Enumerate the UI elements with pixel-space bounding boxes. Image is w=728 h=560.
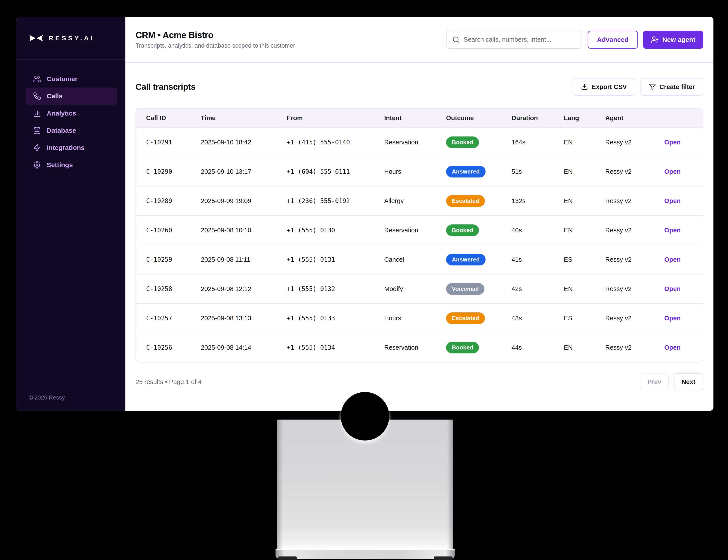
app-window: RESSY.AI CustomerCallsAnalyticsDatabaseI… [16, 17, 713, 411]
call-intent: Modify [384, 285, 446, 293]
call-from: +1 (555) 0133 [287, 315, 384, 322]
call-id: C-10291 [146, 139, 201, 146]
open-link[interactable]: Open [664, 227, 703, 234]
main-header: CRM • Acme Bistro Transcripts, analytics… [125, 17, 713, 63]
status-badge: Escalated [446, 312, 485, 324]
call-lang: EN [564, 197, 605, 205]
open-link[interactable]: Open [664, 139, 703, 146]
prev-page-button[interactable]: Prev [640, 373, 669, 390]
call-from: +1 (236) 555-0192 [287, 197, 384, 205]
call-lang: EN [564, 344, 605, 351]
column-header: Intent [384, 114, 446, 122]
sidebar-item-integrations[interactable]: Integrations [26, 139, 117, 156]
call-intent: Hours [384, 168, 446, 175]
create-filter-button[interactable]: Create filter [640, 78, 703, 96]
sidebar-nav: CustomerCallsAnalyticsDatabaseIntegratio… [16, 60, 125, 174]
monitor-screen: RESSY.AI CustomerCallsAnalyticsDatabaseI… [0, 0, 728, 560]
open-link[interactable]: Open [664, 285, 703, 293]
table-body: C-102912025-09-10 18:42+1 (415) 555-0140… [136, 127, 703, 362]
page-subtitle: Transcripts, analytics, and database sco… [136, 42, 295, 49]
call-id: C-10257 [146, 315, 201, 322]
page-title: CRM • Acme Bistro [136, 30, 295, 40]
call-intent: Cancel [384, 256, 446, 263]
table-row: C-102592025-09-08 11:11+1 (555) 0131Canc… [136, 245, 703, 274]
outcome-cell: Escalated [446, 195, 511, 207]
monitor-stand-foot-left [278, 556, 297, 560]
column-header: From [287, 114, 384, 122]
call-from: +1 (555) 0134 [287, 344, 384, 351]
content: Call transcripts Export CSV Create filte… [125, 63, 713, 390]
call-time: 2025-09-08 13:13 [201, 315, 287, 322]
call-intent: Reservation [384, 227, 446, 234]
next-page-button[interactable]: Next [674, 373, 703, 390]
call-agent: Ressy v2 [605, 168, 664, 175]
user-plus-icon [651, 36, 659, 44]
open-link[interactable]: Open [664, 315, 703, 322]
outcome-cell: Answered [446, 166, 511, 177]
call-from: +1 (415) 555-0140 [287, 139, 384, 146]
table-row: C-102912025-09-10 18:42+1 (415) 555-0140… [136, 127, 703, 157]
call-duration: 42s [511, 285, 564, 293]
call-time: 2025-09-10 18:42 [201, 139, 287, 146]
call-lang: EN [564, 285, 605, 293]
outcome-cell: Voicemail [446, 283, 511, 295]
outcome-cell: Booked [446, 224, 511, 236]
call-from: +1 (555) 0130 [287, 227, 384, 234]
new-agent-button[interactable]: New agent [643, 31, 703, 49]
call-agent: Ressy v2 [605, 344, 664, 351]
open-link[interactable]: Open [664, 256, 703, 263]
call-id: C-10256 [146, 344, 201, 351]
call-intent: Allergy [384, 197, 446, 205]
call-from: +1 (555) 0131 [287, 256, 384, 263]
bar-chart-icon [33, 109, 41, 117]
pagination: 25 results • Page 1 of 4 Prev Next [136, 373, 703, 390]
call-intent: Hours [384, 315, 446, 322]
table-row: C-102562025-09-08 14:14+1 (555) 0134Rese… [136, 333, 703, 362]
table-row: C-102582025-09-08 12:12+1 (555) 0132Modi… [136, 274, 703, 303]
sidebar-item-database[interactable]: Database [26, 122, 117, 139]
copyright: © 2025 Ressy [16, 394, 125, 411]
status-badge: Voicemail [446, 283, 484, 295]
outcome-cell: Booked [446, 136, 511, 148]
search-input[interactable] [464, 36, 575, 43]
table-row: C-102892025-09-09 19:09+1 (236) 555-0192… [136, 186, 703, 215]
download-icon [581, 83, 588, 90]
call-id: C-10259 [146, 256, 201, 263]
advanced-button[interactable]: Advanced [588, 31, 638, 49]
column-header: Agent [605, 114, 664, 122]
table-row: C-102572025-09-08 13:13+1 (555) 0133Hour… [136, 303, 703, 333]
sidebar-item-calls[interactable]: Calls [26, 88, 117, 105]
monitor-stand-foot-right [434, 556, 452, 560]
call-from: +1 (555) 0132 [287, 285, 384, 293]
table-row: C-102902025-09-10 13:17+1 (604) 555-0111… [136, 157, 703, 186]
call-time: 2025-09-10 13:17 [201, 168, 287, 175]
sidebar-item-customer[interactable]: Customer [26, 70, 117, 88]
sidebar: RESSY.AI CustomerCallsAnalyticsDatabaseI… [16, 17, 125, 411]
open-link[interactable]: Open [664, 168, 703, 175]
status-badge: Escalated [446, 195, 485, 207]
call-lang: ES [564, 256, 605, 263]
call-agent: Ressy v2 [605, 315, 664, 322]
call-time: 2025-09-08 10:10 [201, 227, 287, 234]
call-id: C-10258 [146, 285, 201, 293]
column-header: Lang [564, 114, 605, 122]
search-icon [452, 36, 460, 43]
call-agent: Ressy v2 [605, 227, 664, 234]
call-id: C-10289 [146, 197, 201, 205]
call-agent: Ressy v2 [605, 285, 664, 293]
call-time: 2025-09-09 19:09 [201, 197, 287, 205]
column-header: Call ID [146, 114, 201, 122]
status-badge: Booked [446, 224, 479, 236]
sidebar-item-settings[interactable]: Settings [26, 156, 117, 174]
call-duration: 132s [511, 197, 564, 205]
open-link[interactable]: Open [664, 197, 703, 205]
sidebar-item-analytics[interactable]: Analytics [26, 105, 117, 122]
main-area: CRM • Acme Bistro Transcripts, analytics… [125, 17, 713, 411]
search-box[interactable] [446, 31, 581, 49]
column-header: Duration [511, 114, 564, 122]
open-link[interactable]: Open [664, 344, 703, 351]
table-row: C-102602025-09-08 10:10+1 (555) 0130Rese… [136, 215, 703, 245]
call-from: +1 (604) 555-0111 [287, 168, 384, 175]
export-csv-button[interactable]: Export CSV [573, 78, 635, 96]
call-duration: 51s [511, 168, 564, 175]
